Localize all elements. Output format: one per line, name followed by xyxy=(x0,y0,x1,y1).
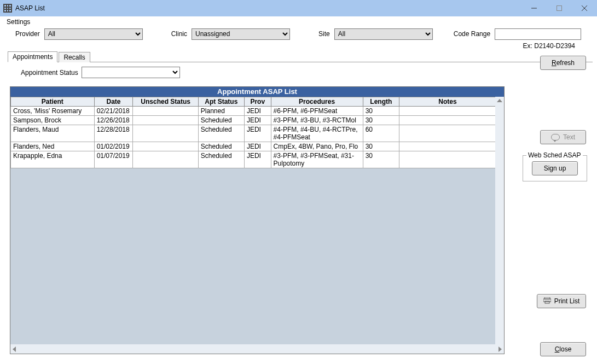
site-label: Site xyxy=(318,30,330,38)
cell-date[interactable]: 12/28/2018 xyxy=(94,125,133,142)
coderange-label: Code Range xyxy=(454,30,490,38)
cell-proc[interactable]: #3-PFM, #3-PFMSeat, #31-Pulpotomy xyxy=(271,151,363,168)
text-button[interactable]: Text xyxy=(540,130,586,144)
window-title: ASAP List xyxy=(15,4,45,12)
th-prov[interactable]: Prov xyxy=(244,97,271,107)
print-list-button[interactable]: Print List xyxy=(537,294,586,308)
cell-notes[interactable] xyxy=(399,125,496,142)
cell-aptstat[interactable]: Planned xyxy=(198,107,244,116)
refresh-button[interactable]: Refresh xyxy=(540,56,586,70)
close-button[interactable] xyxy=(572,0,597,16)
provider-label: Provider xyxy=(15,30,40,38)
text-button-label: Text xyxy=(563,133,575,141)
cell-patient[interactable]: Cross, 'Miss' Rosemary xyxy=(11,107,95,116)
tab-strip: Appointments Recalls xyxy=(8,51,593,62)
cell-unsched[interactable] xyxy=(133,142,198,151)
horizontal-scrollbar[interactable] xyxy=(10,344,504,354)
tab-appointments[interactable]: Appointments xyxy=(8,51,57,62)
cell-prov[interactable]: JEDI xyxy=(244,142,271,151)
tab-recalls[interactable]: Recalls xyxy=(59,52,90,62)
cell-prov[interactable]: JEDI xyxy=(244,151,271,168)
cell-prov[interactable]: JEDI xyxy=(244,116,271,125)
close-dialog-button[interactable]: Close xyxy=(540,342,586,356)
th-patient[interactable]: Patient xyxy=(11,97,95,107)
cell-date[interactable]: 01/07/2019 xyxy=(94,151,133,168)
cell-length[interactable]: 30 xyxy=(363,151,399,168)
th-aptstat[interactable]: Apt Status xyxy=(198,97,244,107)
apt-status-select[interactable] xyxy=(82,67,180,78)
cell-notes[interactable] xyxy=(399,116,496,125)
cell-notes[interactable] xyxy=(399,142,496,151)
cell-proc[interactable]: CmpEx, 4BW, Pano, Pro, Flo xyxy=(271,142,363,151)
cell-date[interactable]: 12/26/2018 xyxy=(94,116,133,125)
cell-length[interactable]: 30 xyxy=(363,116,399,125)
th-proc[interactable]: Procedures xyxy=(271,97,363,107)
signup-button-label: Sign up xyxy=(544,165,566,172)
cell-date[interactable]: 01/02/2019 xyxy=(94,142,133,151)
cell-length[interactable]: 60 xyxy=(363,125,399,142)
minimize-button[interactable] xyxy=(521,0,547,16)
coderange-input[interactable] xyxy=(495,28,581,40)
th-unsched[interactable]: Unsched Status xyxy=(133,97,198,107)
scroll-right-icon xyxy=(499,347,502,352)
cell-notes[interactable] xyxy=(399,151,496,168)
table-row[interactable]: Cross, 'Miss' Rosemary02/21/2018PlannedJ… xyxy=(11,107,496,116)
menu-settings[interactable]: Settings xyxy=(3,17,33,27)
table-row[interactable]: Flanders, Maud12/28/2018ScheduledJEDI#4-… xyxy=(11,125,496,142)
signup-button[interactable]: Sign up xyxy=(532,161,578,175)
cell-patient[interactable]: Sampson, Brock xyxy=(11,116,95,125)
site-select[interactable]: All xyxy=(334,28,433,40)
app-icon xyxy=(3,4,12,13)
menubar: Settings xyxy=(0,16,597,27)
cell-aptstat[interactable]: Scheduled xyxy=(198,151,244,168)
cell-patient[interactable]: Krapapple, Edna xyxy=(11,151,95,168)
svg-rect-1 xyxy=(557,6,562,11)
cell-length[interactable]: 30 xyxy=(363,107,399,116)
coderange-example: Ex: D2140-D2394 xyxy=(523,42,575,50)
grid-title: Appointment ASAP List xyxy=(10,87,504,97)
apt-status-label: Appointment Status xyxy=(21,69,78,77)
cell-proc[interactable]: #6-PFM, #6-PFMSeat xyxy=(271,107,363,116)
cell-unsched[interactable] xyxy=(133,107,198,116)
table-row[interactable]: Flanders, Ned01/02/2019ScheduledJEDICmpE… xyxy=(11,142,496,151)
right-pane: Refresh Text Web Sched ASAP Sign up Prin… xyxy=(515,51,586,357)
cell-aptstat[interactable]: Scheduled xyxy=(198,142,244,151)
provider-select[interactable]: All xyxy=(44,28,143,40)
vertical-scrollbar[interactable] xyxy=(495,97,504,345)
clinic-select[interactable]: Unassigned xyxy=(192,28,290,40)
cell-unsched[interactable] xyxy=(133,116,198,125)
web-sched-legend: Web Sched ASAP xyxy=(526,151,583,159)
titlebar: ASAP List xyxy=(0,0,597,16)
table-row[interactable]: Sampson, Brock12/26/2018ScheduledJEDI#3-… xyxy=(11,116,496,125)
th-notes[interactable]: Notes xyxy=(399,97,496,107)
speech-icon xyxy=(551,134,560,140)
cell-proc[interactable]: #4-PFM, #4-BU, #4-RCTPre, #4-PFMSeat xyxy=(271,125,363,142)
print-list-label: Print List xyxy=(554,297,580,305)
cell-unsched[interactable] xyxy=(133,151,198,168)
cell-aptstat[interactable]: Scheduled xyxy=(198,116,244,125)
apt-status-row: Appointment Status xyxy=(21,67,597,78)
clinic-label: Clinic xyxy=(171,30,187,38)
printer-icon xyxy=(543,297,551,306)
cell-unsched[interactable] xyxy=(133,125,198,142)
maximize-button[interactable] xyxy=(547,0,572,16)
cell-patient[interactable]: Flanders, Maud xyxy=(11,125,95,142)
cell-notes[interactable] xyxy=(399,107,496,116)
th-length[interactable]: Length xyxy=(363,97,399,107)
cell-aptstat[interactable]: Scheduled xyxy=(198,125,244,142)
th-date[interactable]: Date xyxy=(94,97,133,107)
cell-length[interactable]: 30 xyxy=(363,142,399,151)
filter-row: Provider All Clinic Unassigned Site All … xyxy=(0,27,597,42)
cell-prov[interactable]: JEDI xyxy=(244,107,271,116)
asap-table[interactable]: Patient Date Unsched Status Apt Status P… xyxy=(10,97,496,168)
cell-patient[interactable]: Flanders, Ned xyxy=(11,142,95,151)
cell-proc[interactable]: #3-PFM, #3-BU, #3-RCTMol xyxy=(271,116,363,125)
cell-date[interactable]: 02/21/2018 xyxy=(94,107,133,116)
web-sched-asap-group: Web Sched ASAP Sign up xyxy=(523,155,587,181)
asap-grid: Appointment ASAP List Patient Date Unsch… xyxy=(10,86,505,354)
cell-prov[interactable]: JEDI xyxy=(244,125,271,142)
table-row[interactable]: Krapapple, Edna01/07/2019ScheduledJEDI#3… xyxy=(11,151,496,168)
scroll-left-icon xyxy=(13,347,16,352)
